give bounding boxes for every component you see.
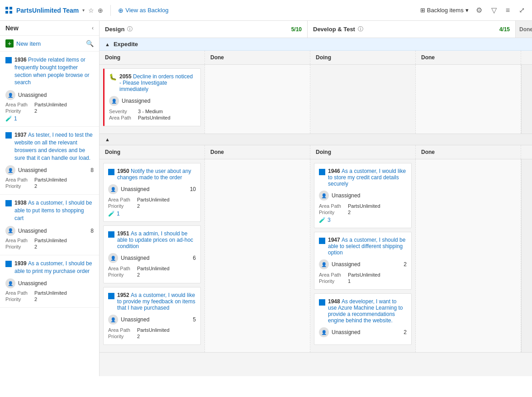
- design-column-header: Design ⓘ 5/10: [100, 21, 308, 38]
- card-title-row: 1948 As developer, I want to use Azure M…: [319, 298, 407, 324]
- user-story-icon: [5, 57, 12, 63]
- card-assignee-row: 👤 Unassigned: [109, 96, 196, 106]
- board-card-1947[interactable]: 1947 As a customer, I should be able to …: [314, 232, 412, 290]
- avatar: 👤: [319, 327, 329, 337]
- user-story-icon: [319, 299, 325, 306]
- done-label: Done: [519, 26, 532, 33]
- sidebar-card-1936[interactable]: 1936 Provide related items or frequently…: [0, 52, 99, 127]
- avatar: 👤: [108, 184, 118, 194]
- assignee-row: 👤 Unassigned: [5, 90, 94, 100]
- card-title-row: 1951 As a admin, I should be able to upd…: [108, 230, 196, 249]
- view-options-icon[interactable]: ≡: [504, 5, 512, 16]
- sidebar-collapse-button[interactable]: ‹: [92, 25, 94, 31]
- default-devtest-done-col: [416, 159, 521, 352]
- test-count: 3: [328, 217, 331, 223]
- expedite-devtest-doing-header: Doing: [310, 51, 416, 64]
- expedite-swimlane-header[interactable]: ▲ Expedite: [100, 38, 532, 51]
- avatar: 👤: [5, 165, 15, 175]
- devtest-count: 4/15: [499, 26, 510, 33]
- team-chevron-icon[interactable]: ▾: [82, 8, 85, 13]
- default-swimlane-header[interactable]: ▲: [100, 134, 532, 145]
- avatar: 👤: [5, 90, 15, 100]
- default-devtest-doing-header: Doing: [310, 145, 416, 159]
- avatar: 👤: [108, 315, 118, 325]
- header-separator: [110, 5, 111, 16]
- card-assignee-row: 👤 Unassigned: [319, 191, 407, 201]
- default-cards-row: 1950 Notify the user about any changes m…: [100, 159, 532, 352]
- expedite-design-doing-header: Doing: [100, 51, 205, 64]
- bug-icon: 🐛: [109, 73, 117, 81]
- favorite-icon[interactable]: ☆: [88, 7, 94, 14]
- expedite-right-spacer: [521, 65, 532, 134]
- search-icon[interactable]: 🔍: [86, 40, 94, 47]
- card-count: 10: [190, 186, 196, 192]
- backlog-items-button[interactable]: ⊞ Backlog items ▾: [420, 7, 469, 14]
- card-count: 2: [404, 329, 407, 335]
- assignee-name: Unassigned: [332, 261, 360, 268]
- expand-icon[interactable]: ⤢: [517, 4, 527, 16]
- assignee-row: 👤 Unassigned 8: [5, 165, 94, 175]
- avatar: 👤: [109, 96, 119, 106]
- assignee-name: Unassigned: [121, 316, 149, 323]
- app-header: PartsUnlimited Team ▾ ☆ ⊕ ⊕ View as Back…: [0, 0, 532, 21]
- area-path-row: Area Path PartsUnlimited: [5, 102, 94, 107]
- assignee-name: Unassigned: [121, 255, 149, 261]
- expedite-label: Expedite: [114, 41, 138, 48]
- card-assignee-row: 👤 Unassigned 6: [108, 253, 196, 263]
- sidebar-card-1939[interactable]: 1939 As a customer, I should be able to …: [0, 255, 99, 308]
- test-beaker-icon: 🧪: [108, 210, 115, 217]
- view-backlog-button[interactable]: ⊕ View as Backlog: [118, 7, 168, 14]
- test-row: 🧪 1: [5, 115, 94, 122]
- test-row: 🧪 1: [108, 210, 196, 217]
- priority-row: Priority 2: [108, 334, 196, 339]
- card-title-row: 1952 As a customer, I would like to prov…: [108, 292, 196, 311]
- sprint-icon[interactable]: ⊕: [98, 7, 103, 14]
- area-path-row: Area Path PartsUnlimited: [5, 177, 94, 182]
- new-column-label: New: [5, 24, 19, 32]
- header-left: PartsUnlimited Team ▾ ☆ ⊕ ⊕ View as Back…: [5, 5, 420, 16]
- board-card-1952[interactable]: 1952 As a customer, I would like to prov…: [103, 287, 201, 345]
- backlog-items-label: Backlog items: [427, 7, 464, 14]
- backlog-items-chevron-icon: ▾: [466, 7, 469, 14]
- expedite-devtest-doing-col: [310, 65, 416, 134]
- assignee-name: Unassigned: [332, 329, 360, 335]
- card-count: 5: [193, 316, 196, 323]
- devtest-col-label: Develop & Test: [313, 26, 355, 33]
- swimlane-toggle-icon: ▲: [105, 42, 110, 47]
- test-count: 1: [117, 210, 120, 217]
- team-name: PartsUnlimited Team: [16, 7, 79, 14]
- expedite-swimlane: ▲ Expedite Doing Done Doing Done 🐛: [100, 38, 532, 134]
- priority-row: Priority 2: [319, 210, 407, 215]
- settings-icon[interactable]: ⚙: [474, 4, 484, 16]
- user-story-icon: [108, 293, 114, 299]
- default-swimlane-toggle-icon: ▲: [105, 137, 110, 142]
- area-path-row: Area Path PartsUnlimited: [109, 115, 196, 120]
- grid-icon: [5, 7, 13, 14]
- expedite-devtest-done-header: Done: [416, 51, 521, 64]
- design-count: 5/10: [291, 26, 302, 33]
- priority-row: Priority 2: [108, 203, 196, 209]
- assignee-row: 👤 Unassigned 8: [5, 226, 94, 236]
- default-design-doing-col: 1950 Notify the user about any changes m…: [100, 159, 205, 352]
- board-card-1946[interactable]: 1946 As a customer, I would like to stor…: [314, 163, 412, 228]
- expedite-scroll-spacer: [521, 51, 532, 64]
- sidebar-toolbar: + New item 🔍: [0, 36, 99, 52]
- user-story-icon: [319, 238, 325, 244]
- filter-icon[interactable]: ▽: [489, 4, 499, 16]
- sidebar-card-1938[interactable]: 1938 As a customer, I should be able to …: [0, 195, 99, 255]
- sidebar-card-1937[interactable]: 1937 As tester, I need to test the websi…: [0, 127, 99, 195]
- area-path-row: Area Path PartsUnlimited: [108, 327, 196, 333]
- user-story-icon: [108, 169, 114, 175]
- new-item-button[interactable]: + New item: [5, 39, 41, 48]
- new-item-plus-icon: +: [5, 39, 14, 48]
- board-card-2055[interactable]: 🐛 2055 Decline in orders noticed - Pleas…: [103, 68, 201, 126]
- expedite-devtest-done-col: [416, 65, 521, 134]
- board-card-1950[interactable]: 1950 Notify the user about any changes m…: [103, 163, 201, 222]
- board-card-1951[interactable]: 1951 As a admin, I should be able to upd…: [103, 225, 201, 283]
- priority-row: Priority 2: [5, 297, 94, 302]
- card-assignee-row: 👤 Unassigned 2: [319, 259, 407, 269]
- area-path-row: Area Path PartsUnlimited: [5, 290, 94, 296]
- card-title-row: 1936 Provide related items or frequently…: [5, 56, 94, 86]
- default-col-headers: Doing Done Doing Done: [100, 145, 532, 159]
- board-card-1948[interactable]: 1948 As developer, I want to use Azure M…: [314, 293, 412, 345]
